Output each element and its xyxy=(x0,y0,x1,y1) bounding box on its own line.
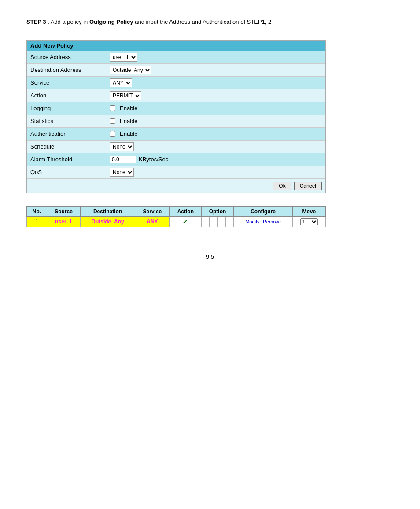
schedule-select[interactable]: None xyxy=(110,142,134,151)
form-header: Add New Policy xyxy=(27,41,325,51)
action-checkmark-icon: ✔ xyxy=(183,218,188,225)
destination-address-label: Destination Address xyxy=(27,64,106,76)
row-move: 1 xyxy=(292,216,325,227)
statistics-row: Statistics Enable xyxy=(27,115,325,128)
logging-checkbox[interactable] xyxy=(110,105,115,111)
statistics-value: Enable xyxy=(106,116,325,126)
action-row: Action PERMIT xyxy=(27,89,325,102)
row-no: 1 xyxy=(27,216,47,227)
page-number: 9 5 xyxy=(26,253,394,260)
service-select[interactable]: ANY xyxy=(110,78,132,87)
form-buttons: Ok Cancel xyxy=(27,179,325,193)
destination-address-row: Destination Address Outside_Any xyxy=(27,64,325,77)
source-address-select[interactable]: user_1 xyxy=(110,53,137,62)
schedule-value: None xyxy=(106,141,325,153)
row-destination: Outside_Any xyxy=(81,216,135,227)
source-address-value: user_1 xyxy=(106,51,325,63)
row-option-3 xyxy=(217,216,225,227)
authentication-label: Authentication xyxy=(27,128,106,140)
service-label: Service xyxy=(27,77,106,89)
authentication-row: Authentication Enable xyxy=(27,128,325,141)
move-select[interactable]: 1 xyxy=(300,218,318,225)
logging-row: Logging Enable xyxy=(27,102,325,115)
row-option-2 xyxy=(210,216,217,227)
alarm-threshold-value: KBytes/Sec xyxy=(106,154,325,165)
step-intro: Add a policy in xyxy=(51,19,89,25)
row-action: ✔ xyxy=(170,216,202,227)
step-description: STEP 3 . Add a policy in Outgoing Policy… xyxy=(26,18,394,27)
step-desc2: and input the Address and Authentication… xyxy=(135,19,271,25)
service-row: Service ANY xyxy=(27,77,325,89)
schedule-row: Schedule None xyxy=(27,141,325,153)
authentication-checkbox[interactable] xyxy=(110,131,115,137)
logging-enable-label: Enable xyxy=(120,105,137,111)
col-header-move: Move xyxy=(292,206,325,216)
cancel-button[interactable]: Cancel xyxy=(294,182,322,190)
alarm-threshold-label: Alarm Threshold xyxy=(27,153,106,166)
logging-label: Logging xyxy=(27,102,106,115)
col-header-destination: Destination xyxy=(81,206,135,216)
alarm-threshold-input[interactable] xyxy=(110,156,136,163)
qos-select[interactable]: None xyxy=(110,168,134,177)
col-header-no: No. xyxy=(27,206,47,216)
action-label: Action xyxy=(27,89,106,102)
remove-link[interactable]: Remove xyxy=(263,219,281,224)
source-address-label: Source Address xyxy=(27,51,106,63)
service-value: ANY xyxy=(106,77,325,89)
row-service: ANY xyxy=(135,216,169,227)
qos-row: QoS None xyxy=(27,166,325,179)
statistics-enable-label: Enable xyxy=(120,118,137,124)
statistics-label: Statistics xyxy=(27,115,106,127)
step-bold-policy: Outgoing Policy xyxy=(89,19,133,25)
col-header-option: Option xyxy=(201,206,234,216)
add-new-policy-form: Add New Policy Source Address user_1 Des… xyxy=(26,40,326,193)
col-header-service: Service xyxy=(135,206,169,216)
action-select[interactable]: PERMIT xyxy=(110,91,141,100)
col-header-configure: Configure xyxy=(234,206,292,216)
step-dot: . xyxy=(48,19,49,25)
policy-table: No. Source Destination Service Action Op… xyxy=(26,206,326,227)
authentication-enable-label: Enable xyxy=(120,130,137,137)
destination-address-value: Outside_Any xyxy=(106,64,325,76)
ok-button[interactable]: Ok xyxy=(273,182,291,190)
row-option-1 xyxy=(201,216,209,227)
alarm-threshold-unit: KBytes/Sec xyxy=(139,156,168,163)
table-row: 1 user_1 Outside_Any ANY ✔ Modify Remove… xyxy=(27,216,326,227)
step-label: STEP 3 xyxy=(26,19,46,25)
logging-value: Enable xyxy=(106,103,325,113)
statistics-checkbox[interactable] xyxy=(110,118,115,124)
qos-value: None xyxy=(106,166,325,178)
action-value: PERMIT xyxy=(106,89,325,102)
qos-label: QoS xyxy=(27,166,106,178)
row-source: user_1 xyxy=(47,216,80,227)
source-address-row: Source Address user_1 xyxy=(27,51,325,64)
col-header-source: Source xyxy=(47,206,80,216)
row-configure: Modify Remove xyxy=(234,216,292,227)
col-header-action: Action xyxy=(170,206,202,216)
row-option-4 xyxy=(225,216,233,227)
schedule-label: Schedule xyxy=(27,141,106,153)
authentication-value: Enable xyxy=(106,129,325,139)
destination-address-select[interactable]: Outside_Any xyxy=(110,66,151,74)
modify-link[interactable]: Modify xyxy=(245,219,259,224)
alarm-threshold-row: Alarm Threshold KBytes/Sec xyxy=(27,153,325,166)
